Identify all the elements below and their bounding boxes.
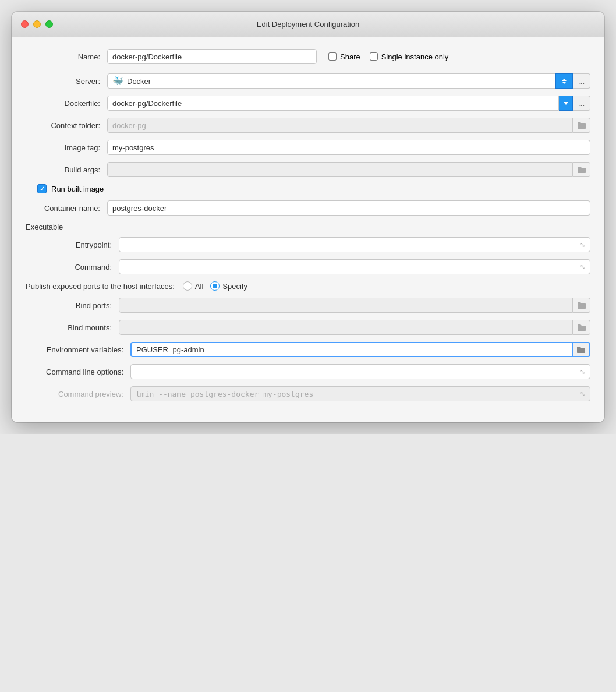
server-value: Docker	[127, 77, 151, 86]
executable-label: Executable	[26, 223, 63, 231]
command-row: Command: ⤡	[26, 259, 590, 274]
bind-ports-row: Bind ports:	[26, 298, 590, 313]
bind-ports-input[interactable]	[119, 298, 573, 313]
radio-all[interactable]: All	[183, 281, 203, 291]
command-line-options-label: Command line options:	[26, 368, 130, 376]
context-folder-placeholder: docker-pg	[112, 121, 146, 130]
image-tag-label: Image tag:	[26, 143, 107, 152]
bind-mounts-row: Bind mounts:	[26, 320, 590, 335]
docker-whale-icon: 🐳	[112, 76, 123, 86]
expand-icon-4[interactable]: ⤡	[580, 390, 585, 398]
share-group: Share	[328, 52, 360, 61]
image-tag-input[interactable]	[107, 140, 590, 155]
container-name-input[interactable]	[107, 200, 590, 216]
server-stepper[interactable]	[555, 73, 573, 89]
top-row-right: Share Single instance only	[328, 52, 448, 61]
main-window: Edit Deployment Configuration Name: Shar…	[12, 12, 604, 422]
context-folder-row: Context folder: docker-pg	[26, 118, 590, 133]
bind-mounts-input[interactable]	[119, 320, 573, 335]
share-label: Share	[340, 52, 360, 61]
run-built-image-label: Run built image	[51, 185, 104, 193]
expand-icon[interactable]: ⤡	[580, 241, 585, 249]
radio-inner-dot	[213, 284, 217, 288]
context-folder-input[interactable]: docker-pg	[107, 118, 573, 133]
close-button[interactable]	[21, 20, 29, 28]
radio-specify-button[interactable]	[210, 281, 220, 291]
container-name-label: Container name:	[26, 204, 107, 213]
radio-all-button[interactable]	[183, 281, 192, 291]
dockerfile-row: Dockerfile: docker-pg/Dockerfile ...	[26, 96, 590, 111]
server-ellipsis-button[interactable]: ...	[573, 73, 590, 89]
executable-section: Executable	[26, 223, 590, 231]
dockerfile-value: docker-pg/Dockerfile	[112, 99, 182, 108]
form-content: Name: Share Single instance only Server:…	[12, 37, 604, 422]
env-variables-row: Environment variables: PGUSER=pg-admin	[26, 342, 590, 357]
radio-all-label: All	[195, 282, 203, 291]
dockerfile-select[interactable]: docker-pg/Dockerfile	[107, 96, 559, 111]
window-title: Edit Deployment Configuration	[257, 20, 359, 29]
command-input[interactable]: ⤡	[119, 259, 590, 274]
command-line-options-row: Command line options: ⤡	[26, 364, 590, 379]
titlebar: Edit Deployment Configuration	[12, 12, 604, 37]
expand-icon-3[interactable]: ⤡	[580, 368, 585, 376]
run-built-image-checkbox[interactable]: ✓	[37, 184, 47, 193]
folder-icon	[577, 323, 586, 331]
bind-ports-folder-button[interactable]	[573, 298, 590, 313]
share-checkbox[interactable]	[328, 52, 337, 61]
build-args-label: Build args:	[26, 165, 107, 174]
env-variables-folder-button[interactable]	[573, 342, 590, 357]
folder-icon	[577, 301, 586, 309]
build-args-folder-button[interactable]	[573, 162, 590, 177]
dockerfile-ellipsis-button[interactable]: ...	[573, 96, 590, 111]
radio-specify[interactable]: Specify	[210, 281, 247, 291]
name-input[interactable]	[107, 49, 317, 64]
command-label: Command:	[26, 263, 119, 271]
container-name-row: Container name:	[26, 200, 590, 216]
publish-ports-row: Publish exposed ports to the host interf…	[26, 281, 590, 291]
env-variables-label: Environment variables:	[26, 345, 130, 354]
entrypoint-label: Entrypoint:	[26, 241, 119, 249]
server-input[interactable]: 🐳 Docker	[107, 73, 555, 89]
env-variables-input[interactable]: PGUSER=pg-admin	[130, 342, 573, 357]
bind-mounts-folder-button[interactable]	[573, 320, 590, 335]
stepper-up-icon	[562, 79, 567, 81]
server-label: Server:	[26, 77, 107, 86]
image-tag-row: Image tag:	[26, 140, 590, 155]
expand-icon-2[interactable]: ⤡	[580, 263, 585, 271]
entrypoint-input[interactable]: ⤡	[119, 237, 590, 252]
command-preview-value: lmin --name postgres-docker my-postgres	[136, 390, 313, 398]
single-instance-checkbox[interactable]	[370, 52, 378, 61]
single-instance-group: Single instance only	[370, 52, 449, 61]
command-preview-label: Command preview:	[26, 390, 130, 398]
entrypoint-row: Entrypoint: ⤡	[26, 237, 590, 252]
command-preview-row: Command preview: lmin --name postgres-do…	[26, 386, 590, 401]
single-instance-label: Single instance only	[381, 52, 449, 61]
context-folder-button[interactable]	[573, 118, 590, 133]
divider-line	[69, 227, 590, 227]
dockerfile-dropdown-button[interactable]	[559, 96, 573, 111]
folder-icon	[577, 165, 586, 174]
name-row: Name: Share Single instance only	[26, 49, 590, 64]
build-args-input[interactable]	[107, 162, 573, 177]
command-preview-field: lmin --name postgres-docker my-postgres …	[130, 386, 590, 401]
folder-icon	[576, 345, 586, 354]
folder-icon	[577, 121, 586, 129]
bind-ports-label: Bind ports:	[26, 301, 119, 310]
checkmark-icon: ✓	[40, 185, 45, 193]
radio-group: All Specify	[183, 281, 247, 291]
context-folder-label: Context folder:	[26, 121, 107, 130]
stepper-down-icon	[562, 82, 567, 84]
env-variables-value: PGUSER=pg-admin	[136, 345, 204, 354]
dockerfile-label: Dockerfile:	[26, 99, 107, 108]
name-label: Name:	[26, 52, 107, 61]
radio-specify-label: Specify	[222, 282, 247, 291]
server-row: Server: 🐳 Docker ...	[26, 73, 590, 89]
command-line-options-input[interactable]: ⤡	[130, 364, 590, 379]
build-args-row: Build args:	[26, 162, 590, 177]
bind-mounts-label: Bind mounts:	[26, 323, 119, 332]
traffic-lights	[21, 20, 53, 28]
dropdown-arrow-icon	[564, 102, 568, 105]
run-built-image-row: ✓ Run built image	[26, 184, 590, 193]
maximize-button[interactable]	[45, 20, 53, 28]
minimize-button[interactable]	[33, 20, 41, 28]
